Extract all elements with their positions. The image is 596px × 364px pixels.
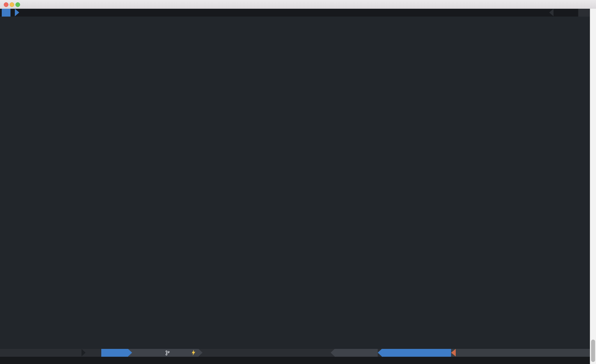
lightning-icon: [191, 350, 196, 356]
scrollbar-thumb[interactable]: [591, 340, 595, 362]
statusline-git-segment: [128, 349, 198, 357]
tab-arrow-tip: [15, 9, 19, 16]
separator-arrow-icon: [451, 349, 456, 356]
tab-train-retr-from-cls[interactable]: [2, 9, 10, 17]
separator-arrow-icon: [331, 349, 335, 356]
separator-arrow-icon: [81, 349, 86, 356]
titlebar: [0, 0, 596, 9]
separator-arrow-icon: [378, 349, 382, 356]
tabline: [0, 9, 596, 17]
statusline-mode: [101, 349, 128, 357]
buffers-label: [578, 9, 590, 17]
statusline-encoding: [335, 349, 378, 357]
editor-area[interactable]: [0, 17, 596, 349]
window-title: [0, 0, 596, 9]
buffers-arrow-icon: [549, 9, 554, 16]
statusline-tagbar-segment: [451, 349, 590, 357]
git-branch-icon: [165, 350, 170, 356]
statusline-position: [382, 349, 451, 357]
separator-arrow-icon: [198, 349, 203, 356]
separator-arrow-icon: [128, 349, 132, 356]
command-line: [0, 357, 596, 364]
scrollbar-track[interactable]: [590, 9, 596, 364]
statusline: [0, 349, 596, 357]
